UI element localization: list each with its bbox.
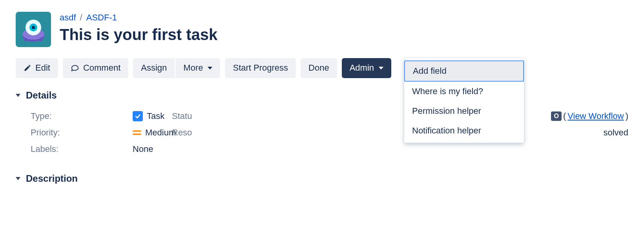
more-button[interactable]: More	[175, 58, 220, 78]
description-section-header[interactable]: Description	[16, 173, 628, 184]
labels-value-text: None	[133, 144, 153, 154]
issue-title: This is your first task	[60, 25, 217, 44]
resolution-value-text: solved	[603, 128, 628, 138]
admin-dropdown: Add field Where is my field? Permission …	[404, 58, 524, 143]
more-button-label: More	[183, 62, 203, 74]
resolution-value: solved	[603, 128, 628, 138]
breadcrumb-separator: /	[80, 13, 82, 23]
svg-rect-6	[40, 38, 42, 42]
paren-close: )	[626, 111, 628, 121]
details-section-label: Details	[26, 90, 57, 101]
admin-button-label: Admin	[350, 62, 374, 74]
comment-button[interactable]: Comment	[63, 58, 128, 78]
collapse-icon	[16, 177, 20, 180]
labels-value[interactable]: None	[133, 144, 153, 154]
priority-medium-icon	[133, 130, 141, 135]
comment-icon	[71, 64, 79, 72]
toolbar: Edit Comment Assign More Start Progress …	[16, 58, 628, 78]
resolution-label: Reso	[172, 128, 219, 138]
admin-menu-add-field[interactable]: Add field	[404, 60, 524, 82]
assign-button[interactable]: Assign	[133, 58, 175, 78]
edit-button[interactable]: Edit	[16, 58, 58, 78]
details-section-header[interactable]: Details	[16, 90, 628, 101]
done-button[interactable]: Done	[301, 58, 337, 78]
labels-label: Labels:	[31, 144, 133, 154]
admin-button[interactable]: Admin	[342, 58, 391, 78]
type-value-text: Task	[147, 111, 164, 121]
breadcrumb: asdf / ASDF-1	[60, 13, 217, 23]
status-label: Statu	[172, 111, 219, 121]
svg-point-4	[32, 26, 35, 29]
project-avatar[interactable]	[16, 12, 51, 47]
chevron-down-icon	[379, 67, 383, 69]
project-avatar-icon	[20, 16, 47, 43]
task-type-icon	[133, 111, 143, 121]
priority-label: Priority:	[31, 128, 133, 138]
assign-button-label: Assign	[141, 62, 167, 74]
start-progress-label: Start Progress	[233, 62, 288, 74]
collapse-icon	[16, 94, 20, 97]
breadcrumb-issue-link[interactable]: ASDF-1	[86, 13, 117, 23]
type-label: Type:	[31, 111, 133, 121]
type-value[interactable]: Task	[133, 111, 164, 121]
description-section-label: Description	[26, 173, 78, 184]
priority-value[interactable]: Medium	[133, 128, 176, 138]
status-badge: O	[551, 111, 561, 121]
chevron-down-icon	[208, 67, 212, 69]
svg-rect-5	[24, 38, 27, 42]
comment-button-label: Comment	[83, 62, 120, 74]
paren-open: (	[563, 111, 566, 121]
view-workflow-link[interactable]: View Workflow	[567, 111, 624, 121]
status-value: O (View Workflow)	[551, 111, 628, 121]
admin-menu-permission-helper[interactable]: Permission helper	[404, 101, 524, 121]
admin-menu-notification-helper[interactable]: Notification helper	[404, 121, 524, 141]
done-button-label: Done	[308, 62, 329, 74]
edit-button-label: Edit	[35, 62, 50, 74]
breadcrumb-project-link[interactable]: asdf	[60, 13, 76, 23]
start-progress-button[interactable]: Start Progress	[225, 58, 296, 78]
pencil-icon	[24, 64, 31, 72]
priority-value-text: Medium	[145, 128, 176, 138]
admin-menu-where-is-my-field[interactable]: Where is my field?	[404, 82, 524, 101]
